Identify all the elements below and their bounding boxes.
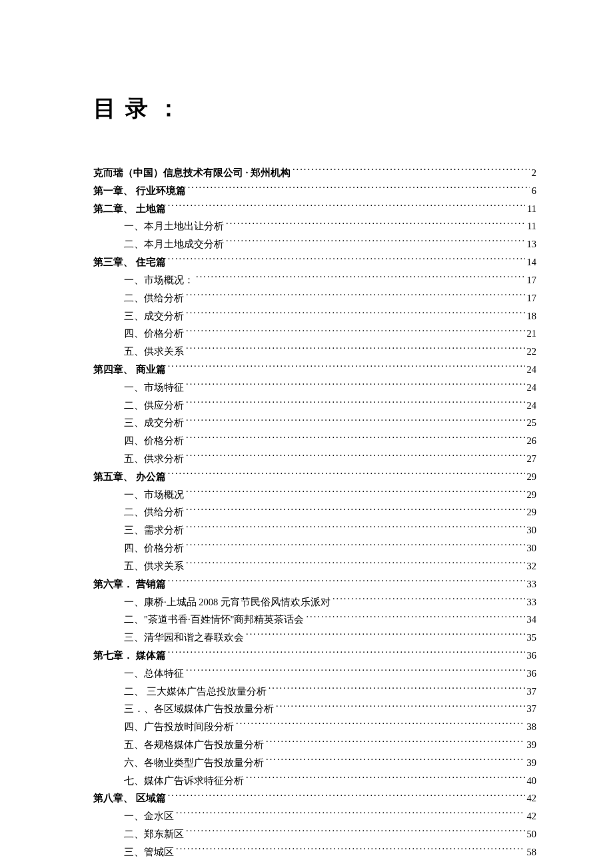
toc-entry-label: 克而瑞（中国）信息技术有限公司 · 郑州机构 [93,164,291,182]
toc-entry-page: 33 [527,575,537,593]
toc-entry-label: 三、管城区 [124,843,174,861]
toc-leader-dots [236,721,525,731]
toc-entry: 二、供给分析17 [93,289,536,307]
toc-entry-page: 25 [527,414,537,432]
toc-entry-page: 2 [532,164,536,182]
toc-entry: 二、本月土地成交分析13 [93,235,536,253]
toc-leader-dots [176,810,525,820]
toc-entry: 第四章、 商业篇24 [93,361,536,379]
toc-entry-label: 第四章、 商业篇 [93,361,166,379]
toc-entry: 一、康桥·上城品 2008 元宵节民俗风情欢乐派对33 [93,593,536,611]
toc-entry: 第六章． 营销篇33 [93,575,536,593]
toc-entry-page: 14 [527,253,537,271]
toc-entry-page: 50 [527,825,537,843]
toc-entry: 一、市场概况29 [93,486,536,504]
toc-entry-label: 二、供给分析 [124,289,184,307]
toc-entry-label: 三、成交分析 [124,307,184,325]
toc-entry-label: 二、本月土地成交分析 [124,235,224,253]
toc-entry-label: 四、价格分析 [124,325,184,343]
toc-entry-label: 四、价格分析 [124,539,184,557]
toc-entry-page: 17 [527,271,537,289]
document-title: 目录： [93,93,536,124]
toc-leader-dots [168,256,525,266]
toc-entry-label: 一、市场概况： [124,271,194,289]
toc-leader-dots [276,703,525,713]
toc-entry-page: 58 [527,843,537,861]
toc-entry: 二、郑东新区50 [93,825,536,843]
toc-leader-dots [186,667,525,677]
toc-entry: 五、供求关系22 [93,343,536,361]
toc-leader-dots [188,184,530,194]
toc-leader-dots [246,631,525,641]
toc-entry-label: 三、清华园和谐之春联欢会 [124,629,244,647]
toc-entry-label: 二、 三大媒体广告总投放量分析 [124,683,267,701]
toc-entry: 二、供给分析29 [93,503,536,521]
toc-leader-dots [332,595,525,605]
toc-entry-label: 四、价格分析 [124,432,184,450]
toc-leader-dots [168,577,525,587]
toc-entry-page: 6 [532,182,536,200]
toc-leader-dots [168,792,525,802]
toc-leader-dots [226,238,525,248]
toc-entry-page: 35 [527,629,537,647]
toc-leader-dots [246,774,525,784]
toc-entry-page: 13 [527,235,537,253]
toc-entry: 三、成交分析18 [93,307,536,325]
toc-entry-label: 一、市场概况 [124,486,184,504]
toc-entry: 第五章、 办公篇29 [93,468,536,486]
toc-entry: 一、市场特征24 [93,379,536,397]
toc-entry-label: 一、总体特征 [124,665,184,683]
toc-entry-label: 六、各物业类型广告投放量分析 [124,754,264,772]
toc-entry: 第二章、 土地篇11 [93,200,536,218]
toc-leader-dots [168,202,525,212]
toc-entry-label: 第二章、 土地篇 [93,200,166,218]
toc-entry-label: 二、"茶道书香·百姓情怀"商邦精英茶话会 [124,611,304,629]
toc-entry-page: 21 [527,325,537,343]
toc-entry-label: 一、本月土地出让分析 [124,217,224,235]
toc-entry: 四、价格分析21 [93,325,536,343]
toc-entry-page: 17 [527,289,537,307]
toc-entry-page: 42 [527,789,537,807]
table-of-contents: 克而瑞（中国）信息技术有限公司 · 郑州机构2第一章、 行业环境篇6第二章、 土… [93,164,536,861]
toc-entry-label: 第六章． 营销篇 [93,575,166,593]
toc-entry-page: 34 [527,611,537,629]
toc-entry: 一、总体特征36 [93,665,536,683]
toc-entry: 第八章、 区域篇42 [93,789,536,807]
toc-entry-label: 五、供求关系 [124,343,184,361]
toc-entry: 第一章、 行业环境篇6 [93,182,536,200]
toc-leader-dots [186,381,525,391]
toc-entry-page: 24 [527,397,537,415]
toc-entry-label: 五、供求关系 [124,557,184,575]
toc-leader-dots [186,524,525,534]
toc-entry: 六、各物业类型广告投放量分析39 [93,754,536,772]
toc-leader-dots [226,220,525,230]
toc-entry-page: 37 [527,683,537,701]
toc-entry: 二、 三大媒体广告总投放量分析37 [93,683,536,701]
toc-leader-dots [186,506,525,516]
toc-leader-dots [186,559,525,569]
toc-entry-label: 五、供求分析 [124,450,184,468]
toc-entry-label: 第八章、 区域篇 [93,789,166,807]
toc-entry-page: 30 [527,539,537,557]
toc-leader-dots [306,613,524,623]
toc-leader-dots [168,649,525,659]
toc-leader-dots [269,685,525,695]
toc-entry-page: 36 [527,647,537,665]
toc-entry-page: 29 [527,468,537,486]
toc-entry: 三．、各区域媒体广告投放量分析37 [93,700,536,718]
toc-entry-label: 二、郑东新区 [124,825,184,843]
toc-entry: 七、媒体广告诉求特征分析40 [93,772,536,790]
toc-entry-label: 一、康桥·上城品 2008 元宵节民俗风情欢乐派对 [124,593,330,611]
toc-entry-page: 30 [527,521,537,539]
toc-entry-label: 一、金水区 [124,807,174,825]
toc-entry-page: 42 [527,807,537,825]
toc-leader-dots [186,345,525,355]
toc-leader-dots [186,542,525,552]
toc-entry-page: 29 [527,503,537,521]
toc-entry-label: 四、广告投放时间段分析 [124,718,234,736]
toc-leader-dots [186,453,525,463]
toc-entry-page: 22 [527,343,537,361]
toc-entry: 二、"茶道书香·百姓情怀"商邦精英茶话会34 [93,611,536,629]
toc-entry: 三、成交分析25 [93,414,536,432]
toc-entry: 三、管城区58 [93,843,536,861]
